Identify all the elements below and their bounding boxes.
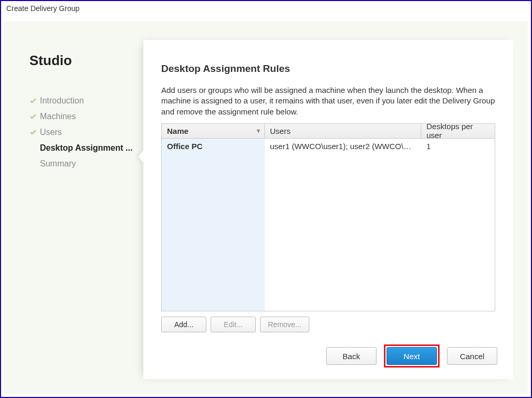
main-panel: Desktop Assignment Rules Add users or gr… (143, 40, 513, 379)
table-header: Name ▾ Users Desktops per user (162, 124, 495, 139)
highlight-annotation: Next (384, 344, 440, 368)
edit-button[interactable]: Edit... (211, 317, 256, 332)
step-label: Summary (29, 159, 76, 169)
page-description: Add users or groups who will be assigned… (161, 85, 495, 117)
step-desktop-assignment[interactable]: Desktop Assignment ... (29, 140, 143, 156)
remove-button[interactable]: Remove... (260, 317, 309, 332)
check-icon (29, 129, 37, 136)
rules-table: Name ▾ Users Desktops per user Office PC… (161, 123, 495, 311)
step-machines[interactable]: Machines (29, 109, 143, 124)
step-label: Machines (40, 112, 76, 121)
step-users[interactable]: Users (29, 124, 143, 140)
cancel-button[interactable]: Cancel (447, 347, 497, 365)
back-button[interactable]: Back (326, 347, 377, 365)
check-icon (29, 97, 37, 104)
cell-desktops-per-user: 1 (421, 139, 495, 311)
column-label: Users (270, 127, 290, 135)
studio-brand: Studio (29, 53, 143, 69)
step-label: Introduction (40, 96, 84, 106)
table-row[interactable]: Office PC user1 (WWCO\user1); user2 (WWC… (162, 139, 495, 311)
next-button[interactable]: Next (387, 347, 437, 365)
column-header-desktops-per-user[interactable]: Desktops per user (421, 124, 495, 138)
wizard-buttons: Back Next Cancel (326, 344, 497, 368)
column-header-name[interactable]: Name ▾ (162, 124, 265, 138)
step-label: Desktop Assignment ... (29, 143, 132, 153)
sort-arrow-down-icon: ▾ (257, 127, 260, 134)
window-title: Create Delivery Group (1, 1, 531, 17)
column-label: Name (167, 127, 189, 135)
column-label: Desktops per user (426, 122, 489, 140)
page-title: Desktop Assignment Rules (161, 63, 495, 75)
row-action-buttons: Add... Edit... Remove... (161, 317, 495, 332)
content-area: Studio Introduction Machines Users (4, 21, 528, 394)
check-icon (29, 113, 37, 120)
cell-users: user1 (WWCO\user1); user2 (WWCO\us... (265, 139, 421, 311)
step-introduction[interactable]: Introduction (29, 93, 143, 109)
wizard-sidebar: Studio Introduction Machines Users (4, 21, 143, 394)
cell-name: Office PC (162, 139, 265, 311)
step-label: Users (40, 128, 62, 137)
dialog-window: Create Delivery Group Studio Introductio… (0, 0, 532, 398)
step-summary[interactable]: Summary (29, 156, 143, 172)
add-button[interactable]: Add... (161, 317, 206, 332)
column-header-users[interactable]: Users (265, 124, 421, 138)
